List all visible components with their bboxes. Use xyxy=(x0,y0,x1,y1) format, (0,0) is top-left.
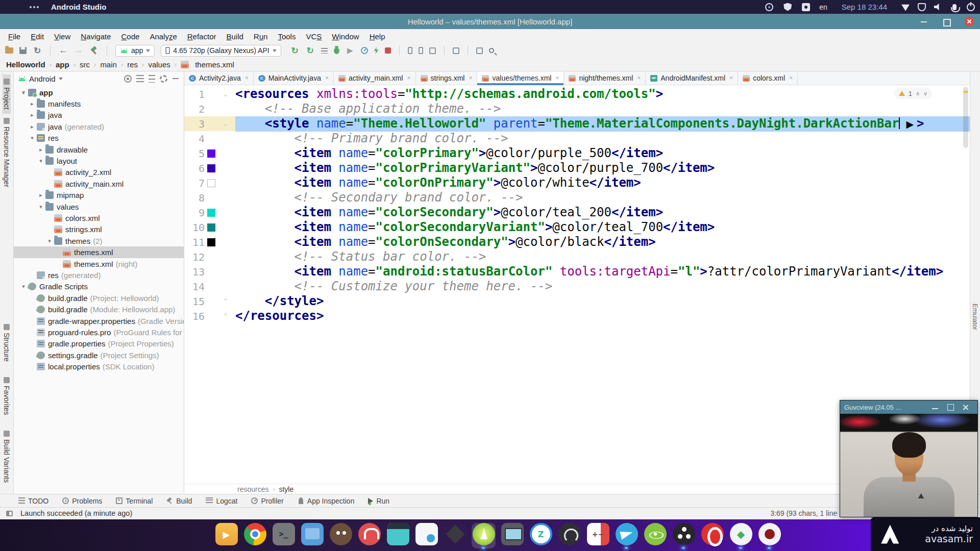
dock-item-gem[interactable]: ◆ xyxy=(729,523,753,548)
chevron-collapsed-icon[interactable]: ▸ xyxy=(36,192,45,198)
gutter[interactable]: 8 xyxy=(184,190,235,205)
menu-build[interactable]: Build xyxy=(221,32,248,41)
hammer-icon[interactable] xyxy=(89,46,99,55)
stripe-item-structure[interactable]: Structure xyxy=(3,320,11,366)
webcam-window[interactable]: Guvcview (24.05 … xyxy=(840,400,978,517)
breadcrumb-item-Helloworld[interactable]: Helloworld xyxy=(6,60,45,69)
tree-item-java[interactable]: ▸java xyxy=(14,110,184,121)
power-icon[interactable] xyxy=(967,3,975,11)
mic-icon[interactable] xyxy=(952,4,957,10)
gutter[interactable]: 4 xyxy=(184,131,235,146)
dock-item-messenger[interactable]: Z xyxy=(529,523,553,548)
tree-item-gradle-properties[interactable]: gradle.properties (Project Properties) xyxy=(14,338,184,349)
dock-item-media-player[interactable]: ▶ xyxy=(214,523,238,548)
gutter[interactable]: 13 xyxy=(184,264,235,279)
tree-item-themes[interactable]: ▾themes (2) xyxy=(14,235,184,246)
tab-close-icon[interactable]: × xyxy=(789,74,793,82)
layout-inspector-icon[interactable] xyxy=(429,47,436,54)
color-swatch[interactable] xyxy=(207,179,215,187)
tree-item-build-gradle[interactable]: build.gradle (Module: Helloworld.app) xyxy=(14,304,184,315)
menu-edit[interactable]: Edit xyxy=(26,32,49,41)
tab-close-icon[interactable]: × xyxy=(407,74,411,82)
menu-run[interactable]: Run xyxy=(249,32,273,41)
screenshot-icon[interactable] xyxy=(802,3,810,11)
indicator-icon[interactable] xyxy=(765,3,773,11)
play-gray-icon[interactable]: ▶ xyxy=(346,46,355,55)
gutter[interactable]: 16⌃ xyxy=(184,309,235,323)
toolwindow-button-problems[interactable]: Problems xyxy=(62,497,102,505)
security-icon[interactable] xyxy=(918,3,926,11)
color-swatch[interactable] xyxy=(207,149,215,158)
menu-code[interactable]: Code xyxy=(116,32,145,41)
tree-item-java[interactable]: ▸java (generated) xyxy=(14,121,184,132)
chevron-collapsed-icon[interactable]: ▸ xyxy=(36,146,45,153)
sdk-manager-icon[interactable] xyxy=(453,47,459,54)
tab-close-icon[interactable]: × xyxy=(555,74,559,82)
tree-item-settings-gradle[interactable]: settings.gradle (Project Settings) xyxy=(14,349,184,361)
dock-item-calculator[interactable]: +− xyxy=(586,523,610,548)
breadcrumb-item-main[interactable]: main xyxy=(100,60,117,69)
tree-item-build-gradle[interactable]: build.gradle (Project: Helloworld) xyxy=(14,292,184,304)
breadcrumb-item-res[interactable]: res xyxy=(127,60,138,69)
tab-MainActivity-java[interactable]: CMainActivity.java× xyxy=(254,71,334,85)
gutter[interactable]: 5 xyxy=(184,146,235,161)
dock-item-video-editor[interactable] xyxy=(386,523,410,548)
gutter[interactable]: 1⌄ xyxy=(184,87,235,102)
fold-marker-icon[interactable]: ⌄ xyxy=(218,120,233,128)
chevron-expanded-icon[interactable]: ▾ xyxy=(19,283,28,290)
color-swatch[interactable] xyxy=(207,164,215,172)
toolwindow-button-run[interactable]: Run xyxy=(368,497,389,505)
stripe-item-favorites[interactable]: Favorites xyxy=(3,373,11,419)
tab-AndroidManifest-xml[interactable]: MFAndroidManifest.xml× xyxy=(646,71,738,85)
dock-item-files[interactable] xyxy=(300,523,324,548)
tree-item-colors-xml[interactable]: colors.xml xyxy=(14,212,184,223)
menu-view[interactable]: View xyxy=(49,32,76,41)
webcam-close-button[interactable] xyxy=(958,402,973,412)
device-manager-icon[interactable] xyxy=(419,47,423,54)
settings-icon[interactable] xyxy=(160,75,167,83)
tree-item-layout[interactable]: ▾layout xyxy=(14,155,184,166)
color-swatch[interactable] xyxy=(207,223,215,232)
gutter[interactable]: 3⌄ xyxy=(184,116,235,131)
menu-help[interactable]: Help xyxy=(364,32,390,41)
back-icon[interactable]: ← xyxy=(59,46,68,55)
tree-item-mipmap[interactable]: ▸mipmap xyxy=(14,190,184,201)
stripe-item-emulator[interactable]: Emulator xyxy=(971,304,979,330)
save-icon[interactable] xyxy=(19,47,27,54)
gutter[interactable]: 15⌃ xyxy=(184,294,235,309)
color-swatch[interactable] xyxy=(207,238,215,246)
build-list-icon[interactable] xyxy=(321,48,328,54)
run-anything-icon[interactable] xyxy=(476,47,483,54)
dock-item-chrome[interactable] xyxy=(243,523,267,548)
chevron-down-icon[interactable]: ∨ xyxy=(923,90,927,97)
network-icon[interactable] xyxy=(901,3,910,11)
dock-item-android-studio[interactable] xyxy=(472,523,496,548)
chevron-expanded-icon[interactable]: ▾ xyxy=(36,204,45,210)
toolwindow-button-app-inspection[interactable]: App Inspection xyxy=(298,497,355,505)
gutter[interactable]: 9 xyxy=(184,205,235,220)
dock-item-obs[interactable] xyxy=(672,523,696,548)
activities-dots-icon[interactable] xyxy=(30,6,32,8)
webcam-minimize-button[interactable] xyxy=(927,402,943,412)
gutter[interactable]: 12 xyxy=(184,249,235,264)
tab-close-icon[interactable]: × xyxy=(245,74,249,82)
run-sync-icon[interactable]: ↻ xyxy=(290,46,300,55)
tree-item-app[interactable]: ▾app xyxy=(14,87,184,98)
profiler-icon[interactable] xyxy=(361,47,368,54)
fold-marker-icon[interactable]: ⌄ xyxy=(218,90,233,98)
tab-values-themes-xml[interactable]: values/themes.xml× xyxy=(477,71,564,85)
toolwindow-button-terminal[interactable]: Terminal xyxy=(116,497,153,505)
editor-breadcrumb-style[interactable]: style xyxy=(279,485,293,493)
tree-item-drawable[interactable]: ▸drawable xyxy=(14,144,184,155)
menu-vcs[interactable]: VCS xyxy=(301,32,327,41)
inspections-widget[interactable]: 1 ∧ ∨ xyxy=(894,88,932,99)
menu-tools[interactable]: Tools xyxy=(273,32,301,41)
webcam-title-bar[interactable]: Guvcview (24.05 … xyxy=(840,400,977,414)
close-button[interactable] xyxy=(965,17,974,26)
breadcrumb-item-themes-xml[interactable]: themes.xml xyxy=(181,60,234,69)
tree-item-gradle-wrapper-properties[interactable]: gradle-wrapper.properties (Gradle Versio… xyxy=(14,315,184,327)
dock-item-notes[interactable] xyxy=(414,523,438,548)
chevron-expanded-icon[interactable]: ▾ xyxy=(36,158,45,164)
toolwindow-button-build[interactable]: Build xyxy=(166,497,192,505)
menu-file[interactable]: File xyxy=(3,32,26,41)
